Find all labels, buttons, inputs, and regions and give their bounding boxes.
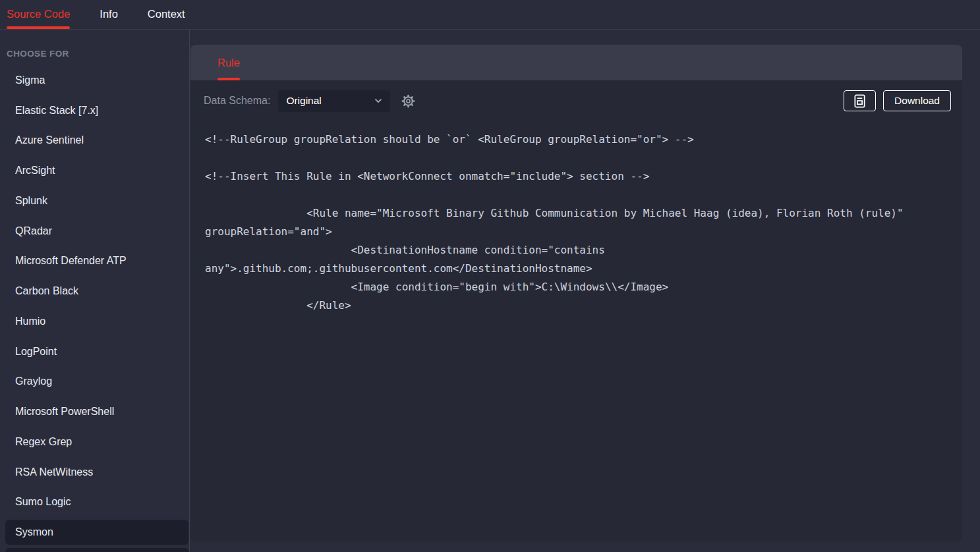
sidebar-item-splunk[interactable]: Splunk (0, 186, 189, 216)
sidebar-item-logpoint[interactable]: LogPoint (0, 337, 189, 367)
data-schema-select[interactable]: Original (278, 90, 390, 112)
sidebar-item-elastic-stack[interactable]: Elastic Stack [7.x] (0, 96, 189, 126)
panel-tab-bar: Rule (190, 45, 962, 80)
sidebar-item-rsa-netwitness[interactable]: RSA NetWitness (0, 457, 189, 487)
data-schema-value: Original (286, 95, 373, 107)
sidebar-list: Sigma Elastic Stack [7.x] Azure Sentinel… (0, 65, 189, 545)
sidebar-item-regex-grep[interactable]: Regex Grep (0, 427, 189, 457)
sidebar-item-carbon-black[interactable]: Carbon Black (0, 276, 189, 306)
sidebar-item-microsoft-defender-atp[interactable]: Microsoft Defender ATP (0, 246, 189, 277)
sidebar-item-sigma[interactable]: Sigma (0, 65, 189, 96)
platform-sidebar: CHOOSE FOR Sigma Elastic Stack [7.x] Azu… (0, 30, 190, 552)
rule-source-code[interactable]: <!--RuleGroup groupRelation should be `o… (190, 121, 962, 328)
sidebar-header: CHOOSE FOR (7, 49, 189, 59)
tab-context[interactable]: Context (148, 0, 185, 29)
tab-info[interactable]: Info (100, 0, 118, 29)
tab-rule[interactable]: Rule (217, 45, 240, 80)
toolbar: Data Schema: Original (190, 80, 962, 121)
sidebar-item-sysmon[interactable]: Sysmon (5, 520, 188, 545)
sidebar-item-arcsight[interactable]: ArcSight (0, 155, 189, 186)
gear-icon[interactable] (401, 94, 415, 108)
rule-panel: Rule Data Schema: Original (190, 45, 962, 541)
download-button[interactable]: Download (883, 90, 951, 111)
sidebar-item-graylog[interactable]: Graylog (0, 367, 189, 397)
chevron-down-icon (373, 96, 384, 106)
copy-button[interactable] (844, 90, 876, 111)
sidebar-item-azure-sentinel[interactable]: Azure Sentinel (0, 126, 189, 156)
sidebar-item-humio[interactable]: Humio (0, 306, 189, 337)
sidebar-partial-next-item (5, 548, 189, 552)
sidebar-item-qradar[interactable]: QRadar (0, 216, 189, 246)
copy-icon (853, 94, 867, 109)
top-tab-bar: Source Code Info Context (0, 0, 980, 30)
sidebar-item-sumo-logic[interactable]: Sumo Logic (0, 487, 189, 518)
data-schema-label: Data Schema: (204, 95, 270, 107)
tab-source-code[interactable]: Source Code (7, 0, 70, 29)
main-content: Rule Data Schema: Original (190, 30, 980, 552)
sidebar-item-microsoft-powershell[interactable]: Microsoft PowerShell (0, 397, 189, 427)
